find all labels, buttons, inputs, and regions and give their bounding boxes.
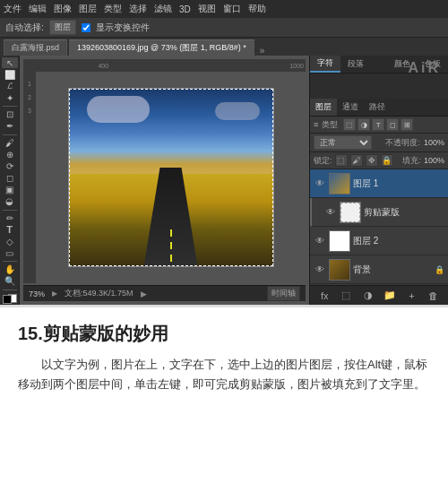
panel-right: 字符 段落 颜色 色板 AiR 图层 通道 路径 ≡ 类型 bbox=[309, 56, 448, 305]
filter-type: 类型 bbox=[322, 119, 338, 131]
layer-type-shape[interactable]: ◻ bbox=[386, 118, 399, 131]
layer-type-pixel[interactable]: ⬚ bbox=[343, 118, 356, 131]
toolbar-divider-4 bbox=[3, 261, 17, 262]
layer-mask-icon[interactable]: ⬚ bbox=[338, 288, 354, 304]
menu-item-select[interactable]: 选择 bbox=[129, 3, 147, 15]
marquee-tool[interactable]: ⬜ bbox=[2, 69, 18, 80]
menu-item-file[interactable]: 文件 bbox=[4, 3, 22, 15]
layer-item-layer1[interactable]: 👁 图层 1 bbox=[310, 169, 448, 198]
blend-mode-select[interactable]: 正常 bbox=[314, 135, 372, 150]
menu-item-type[interactable]: 类型 bbox=[104, 3, 122, 15]
hand-tool[interactable]: ✋ bbox=[2, 264, 18, 275]
menu-item-filter[interactable]: 滤镜 bbox=[154, 3, 172, 15]
tab-file[interactable]: 白露海报.psd bbox=[4, 39, 67, 56]
tab-image[interactable]: 1392603800169.jpg @ 73% (图层 1, RGB/8#) * bbox=[69, 39, 254, 56]
layer-group-icon[interactable]: 📁 bbox=[382, 288, 398, 304]
zoom-level: 73% bbox=[29, 290, 45, 298]
toolbar-divider-5 bbox=[3, 290, 17, 290]
layer2-visibility-icon[interactable]: 👁 bbox=[314, 235, 326, 247]
opacity-label: 不透明度: bbox=[385, 137, 420, 149]
menu-item-edit[interactable]: 编辑 bbox=[29, 3, 47, 15]
layer2-name: 图层 2 bbox=[353, 235, 444, 247]
menu-item-help[interactable]: 帮助 bbox=[248, 3, 266, 15]
magic-wand-tool[interactable]: ✦ bbox=[2, 92, 18, 103]
status-arrow[interactable]: ▶ bbox=[141, 290, 147, 298]
toolbar-left: ↖ ⬜ 𝓛 ✦ ⊡ ✒ 🖌 ⊕ ⟳ ◻ ▣ ◒ ✏ T ◇ ▭ ✋ 🔍 bbox=[0, 56, 20, 305]
gradient-tool[interactable]: ▣ bbox=[2, 185, 18, 195]
layer-delete-icon[interactable]: 🗑 bbox=[426, 288, 442, 304]
zoom-tool[interactable]: 🔍 bbox=[2, 276, 18, 287]
shape-tool[interactable]: ▭ bbox=[2, 247, 18, 258]
layer1-thumbnail bbox=[329, 173, 350, 194]
menu-item-window[interactable]: 窗口 bbox=[223, 3, 241, 15]
layer-item-clipping[interactable]: 👁 剪贴蒙版 bbox=[310, 198, 448, 227]
lasso-tool[interactable]: 𝓛 bbox=[2, 81, 18, 91]
show-controls-label: 显示变换控件 bbox=[96, 22, 150, 34]
lock-label: 锁定: bbox=[314, 155, 332, 167]
text-tool[interactable]: T bbox=[2, 224, 18, 235]
layers-tab-row: 图层 通道 路径 bbox=[310, 99, 448, 117]
filter-label: ≡ bbox=[314, 120, 318, 129]
lock-brush-btn[interactable]: 🖌 bbox=[350, 154, 363, 167]
bg-visibility-icon[interactable]: 👁 bbox=[314, 264, 326, 276]
ruler-mark-h-400: 400 bbox=[98, 63, 108, 69]
bg-lock-badge: 🔒 bbox=[435, 265, 444, 274]
layer1-visibility-icon[interactable]: 👁 bbox=[314, 177, 326, 190]
pen-tool[interactable]: ✏ bbox=[2, 212, 18, 223]
layer-tab-channels[interactable]: 通道 bbox=[337, 99, 364, 116]
layer-type-text[interactable]: T bbox=[372, 118, 384, 131]
layer-tab-paths[interactable]: 路径 bbox=[364, 99, 391, 116]
horizontal-ruler: 400 1000 bbox=[23, 59, 306, 72]
toolbar-divider-2 bbox=[3, 134, 17, 135]
clone-tool[interactable]: ⊕ bbox=[2, 149, 18, 160]
toolbar-divider-3 bbox=[3, 210, 17, 211]
timeline-button[interactable]: 时间轴 bbox=[267, 286, 300, 301]
layer-tab-layers[interactable]: 图层 bbox=[310, 99, 337, 116]
layer-type-smart[interactable]: ⊞ bbox=[401, 118, 413, 131]
lock-move-btn[interactable]: ✥ bbox=[366, 154, 378, 167]
show-controls-checkbox[interactable] bbox=[82, 23, 90, 32]
layer-type-adjust[interactable]: ◑ bbox=[358, 118, 370, 131]
clipping-visibility-icon[interactable]: 👁 bbox=[324, 206, 337, 219]
layer-filter-row: ≡ 类型 ⬚ ◑ T ◻ ⊞ bbox=[310, 117, 448, 134]
eraser-tool[interactable]: ◻ bbox=[2, 172, 18, 183]
layer-item-layer2[interactable]: 👁 图层 2 bbox=[310, 227, 448, 255]
road-dash-3 bbox=[170, 255, 172, 262]
eyedropper-tool[interactable]: ✒ bbox=[2, 121, 18, 132]
lock-transparent-btn[interactable]: ⬚ bbox=[335, 154, 348, 167]
lock-all-btn[interactable]: 🔒 bbox=[381, 154, 393, 167]
layer-new-icon[interactable]: + bbox=[403, 288, 419, 304]
history-tool[interactable]: ⟳ bbox=[2, 160, 18, 171]
path-tool[interactable]: ◇ bbox=[2, 236, 18, 246]
menu-bar: 文件 编辑 图像 图层 类型 选择 滤镜 3D 视图 窗口 帮助 bbox=[0, 0, 448, 18]
bg-thumbnail bbox=[329, 259, 350, 281]
clipping-name: 剪贴蒙版 bbox=[364, 206, 444, 219]
canvas-image-container[interactable] bbox=[36, 72, 306, 283]
tab-overflow-arrow[interactable]: » bbox=[260, 46, 265, 56]
auto-select-label: 自动选择: bbox=[5, 22, 44, 34]
layer-style-icon[interactable]: fx bbox=[316, 288, 332, 304]
cloud-2 bbox=[215, 102, 260, 120]
layers-panel: 图层 通道 路径 ≡ 类型 ⬚ ◑ T ◻ ⊞ bbox=[310, 73, 448, 305]
menu-item-view[interactable]: 视图 bbox=[198, 3, 216, 15]
color-swatch[interactable] bbox=[3, 295, 17, 303]
layer-adjust-icon[interactable]: ◑ bbox=[360, 288, 376, 304]
canvas-area: 400 1000 1 2 3 bbox=[20, 56, 309, 305]
layer2-thumb-image bbox=[330, 231, 349, 251]
layer-item-background[interactable]: 👁 背景 🔒 bbox=[310, 255, 448, 284]
layer1-name: 图层 1 bbox=[353, 177, 444, 190]
move-tool[interactable]: ↖ bbox=[2, 57, 18, 68]
ruler-mark-v-300: 3 bbox=[28, 108, 31, 114]
menu-item-layer[interactable]: 图层 bbox=[79, 3, 97, 15]
tab-bar: 白露海报.psd 1392603800169.jpg @ 73% (图层 1, … bbox=[0, 38, 448, 56]
menu-item-3d[interactable]: 3D bbox=[179, 4, 191, 14]
layer1-thumb-image bbox=[330, 174, 349, 194]
menu-item-image[interactable]: 图像 bbox=[54, 3, 72, 15]
layer-type-icons: ⬚ ◑ T ◻ ⊞ bbox=[343, 118, 413, 131]
auto-select-dropdown[interactable]: 图层 bbox=[49, 20, 76, 35]
dodge-tool[interactable]: ◒ bbox=[2, 196, 18, 207]
brush-tool[interactable]: 🖌 bbox=[2, 137, 18, 148]
crop-tool[interactable]: ⊡ bbox=[2, 109, 18, 120]
bg-name: 背景 bbox=[353, 264, 432, 276]
status-triangle[interactable]: ▶ bbox=[52, 290, 57, 298]
